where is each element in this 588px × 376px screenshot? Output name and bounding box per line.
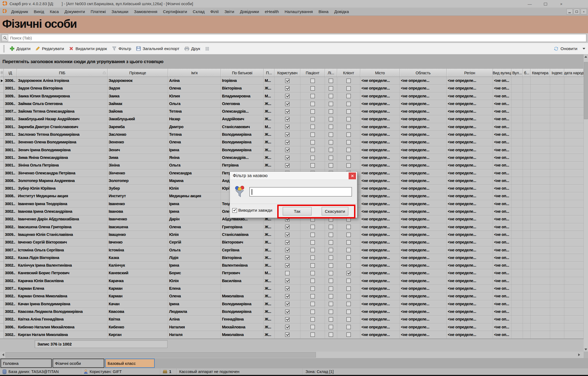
table-row[interactable]: 3001..Зенич Ірина ВолодимирівнаЗеничІрин…: [0, 146, 584, 154]
horizontal-scrollbar[interactable]: [0, 352, 584, 358]
checkbox[interactable]: [285, 79, 290, 83]
checkbox[interactable]: [346, 279, 351, 283]
menu-item[interactable]: Вихід: [32, 8, 46, 15]
checkbox[interactable]: [285, 286, 290, 291]
menu-item[interactable]: Довідка: [332, 8, 351, 15]
mdi-close-button[interactable]: ×: [581, 9, 587, 14]
checkbox[interactable]: [329, 102, 333, 106]
checkbox[interactable]: [310, 263, 315, 268]
table-row[interactable]: 3001..Зима Яніна ОлександрівнаЗимаЯнінаО…: [0, 154, 584, 162]
checkbox[interactable]: [329, 302, 333, 306]
columns-button[interactable]: [203, 45, 212, 52]
horizontal-scroll-thumb[interactable]: [5, 352, 316, 357]
checkbox[interactable]: [285, 94, 290, 98]
menu-item[interactable]: Звіти: [222, 8, 236, 15]
checkbox[interactable]: [346, 140, 351, 144]
column-header[interactable]: Індекс: [550, 69, 564, 77]
checkbox[interactable]: [329, 317, 333, 322]
tab-item[interactable]: Головна: [1, 359, 52, 368]
restore-button[interactable]: [543, 2, 548, 6]
checkbox[interactable]: [310, 240, 315, 245]
checkbox[interactable]: [285, 271, 290, 275]
checkbox[interactable]: [285, 86, 290, 91]
checkbox[interactable]: [285, 125, 290, 129]
table-row[interactable]: 3001..Заслонко Тетяна ВолодимирівнаЗасло…: [0, 131, 584, 138]
checkbox[interactable]: [346, 240, 351, 245]
checkbox[interactable]: [346, 109, 351, 114]
checkbox[interactable]: [329, 294, 333, 298]
checkbox[interactable]: [329, 255, 333, 260]
table-row[interactable]: 3007...Карман ЕленаКарманЕленаЖ...<не оп…: [0, 285, 584, 292]
checkbox[interactable]: [310, 117, 315, 121]
column-header[interactable]: Вид вулиці: [493, 69, 511, 77]
column-header[interactable]: Ім'я: [168, 69, 221, 77]
filter-text-input[interactable]: [249, 187, 352, 196]
checkbox[interactable]: [310, 271, 315, 275]
checkbox[interactable]: [310, 140, 315, 144]
checkbox[interactable]: [285, 109, 290, 114]
checkbox[interactable]: [285, 332, 290, 337]
search-icon[interactable]: [2, 35, 8, 41]
checkbox[interactable]: [310, 286, 315, 291]
checkbox[interactable]: [329, 86, 333, 91]
checkbox[interactable]: [346, 263, 351, 268]
checkbox[interactable]: [329, 156, 333, 160]
checkbox[interactable]: [310, 317, 315, 322]
refresh-dropdown-icon[interactable]: [583, 48, 585, 50]
checkbox[interactable]: [346, 255, 351, 260]
table-row[interactable]: 3001..Заремба Дмитро СтаніславовичЗаремб…: [0, 123, 584, 131]
edit-button[interactable]: Редагувати: [33, 45, 66, 52]
checkbox[interactable]: [310, 325, 315, 329]
checkbox[interactable]: [285, 140, 290, 144]
checkbox[interactable]: [310, 125, 315, 129]
scroll-right-icon[interactable]: [577, 353, 581, 357]
checkbox[interactable]: [329, 240, 333, 245]
menu-item[interactable]: Довідник: [9, 8, 30, 15]
column-header[interactable]: Місто: [360, 69, 400, 77]
menu-item[interactable]: eHealth: [263, 8, 281, 15]
checkbox[interactable]: [329, 332, 333, 337]
checkbox[interactable]: [285, 148, 290, 152]
checkbox[interactable]: [329, 325, 333, 329]
table-row[interactable]: 3002..Квітка Аліна ГеннадіївнаКвіткаАлін…: [0, 316, 584, 323]
checkbox[interactable]: [346, 248, 351, 252]
checkbox[interactable]: [329, 94, 333, 98]
checkbox[interactable]: [346, 271, 351, 275]
table-row[interactable]: 3001..Зененко Олена ВолодимирівнаЗененко…: [0, 138, 584, 146]
checkbox[interactable]: [329, 163, 333, 168]
checkbox[interactable]: [310, 225, 315, 229]
checkbox[interactable]: [310, 94, 315, 98]
checkbox[interactable]: [329, 109, 333, 114]
menu-item[interactable]: Залишки: [109, 8, 131, 15]
checkbox[interactable]: [346, 102, 351, 106]
checkbox[interactable]: [329, 233, 333, 237]
table-row[interactable]: 3002..Калінчук Ірина ВалентинівнаКалінчу…: [0, 262, 584, 269]
checkbox[interactable]: [346, 317, 351, 322]
checkbox[interactable]: [310, 102, 315, 106]
table-row[interactable]: 3002..Карачка Юлія ВасилівнаКарачкаЮліяВ…: [0, 277, 584, 285]
checkbox[interactable]: [346, 294, 351, 298]
column-header[interactable]: Область: [400, 69, 447, 77]
checkbox[interactable]: [329, 125, 333, 129]
checkbox[interactable]: [285, 263, 290, 268]
always-show-checkbox[interactable]: [232, 208, 237, 213]
export-button[interactable]: Загальний експорт: [134, 45, 182, 52]
checkbox[interactable]: [310, 163, 315, 168]
checkbox[interactable]: [310, 156, 315, 160]
checkbox[interactable]: [285, 163, 290, 168]
menu-item[interactable]: Платежі: [89, 8, 108, 15]
menu-item[interactable]: Документи: [62, 8, 87, 15]
checkbox[interactable]: [329, 132, 333, 137]
table-row[interactable]: 3009..Іващенко Юлія СтаніславівнаІващенк…: [0, 231, 584, 239]
column-header[interactable]: По батькові: [221, 69, 264, 77]
checkbox[interactable]: [310, 310, 315, 314]
column-header[interactable]: Користувач: [275, 69, 300, 77]
checkbox[interactable]: [310, 79, 315, 83]
checkbox[interactable]: [346, 310, 351, 314]
column-header[interactable]: Лі...: [325, 69, 337, 77]
checkbox[interactable]: [329, 79, 333, 83]
checkbox[interactable]: [346, 233, 351, 237]
scroll-down-icon[interactable]: [584, 347, 588, 352]
checkbox[interactable]: [329, 286, 333, 291]
dialog-titlebar[interactable]: Фільтр за назвою: [230, 172, 357, 180]
